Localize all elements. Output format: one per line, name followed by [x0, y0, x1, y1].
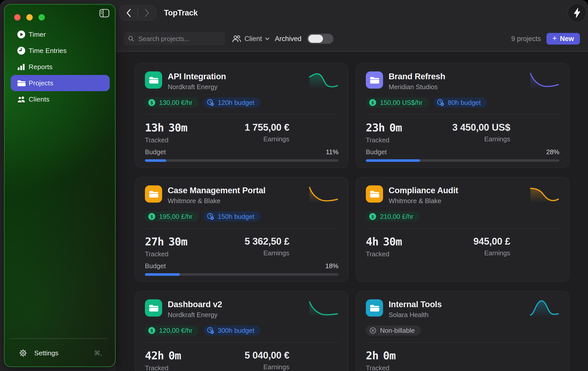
project-folder-icon — [145, 299, 162, 317]
stats-row: 13h 30m Tracked 1 755,00 € Earnings — [145, 121, 338, 144]
earnings-value: 1 755,00 € — [244, 122, 289, 133]
project-card[interactable]: Compliance Audit Whitmore & Blake $ 210,… — [356, 177, 569, 282]
dollar-coin-icon: $ — [148, 99, 156, 106]
budget-progress-fill — [145, 273, 180, 276]
search-input[interactable] — [138, 35, 221, 43]
sidebar-nav: Timer Time Entries Reports Projects — [11, 26, 110, 107]
project-title: Case Management Portal — [168, 186, 265, 195]
badges-row: $ 120,00 €/hr 300h budget — [145, 325, 338, 336]
project-client: Meridian Studios — [389, 83, 445, 91]
project-card[interactable]: Internal Tools Solara Health Non-billa — [356, 291, 569, 371]
budget-progress-track — [145, 159, 338, 162]
sidebar-icon — [99, 9, 109, 17]
stats-row: 27h 30m Tracked 5 362,50 £ Earnings — [145, 235, 338, 258]
tracked-hours: 23h — [366, 121, 385, 134]
new-project-button[interactable]: + New — [546, 33, 580, 45]
sidebar-item-clients[interactable]: Clients — [11, 91, 110, 107]
forward-button[interactable] — [138, 6, 156, 20]
quick-action-button[interactable] — [567, 3, 587, 23]
budget-section: Budget 18% — [145, 262, 338, 276]
clock-budget-icon — [207, 327, 214, 334]
dollar-coin-icon: $ — [148, 327, 156, 334]
project-title: Internal Tools — [389, 300, 442, 309]
new-button-label: New — [560, 35, 574, 43]
minimize-window-button[interactable] — [26, 14, 33, 21]
earnings-value: 945,00 £ — [473, 236, 510, 247]
card-header: Compliance Audit Whitmore & Blake — [366, 185, 559, 205]
earnings-value: 3 450,00 US$ — [452, 122, 510, 133]
project-card[interactable]: Case Management Portal Whitmore & Blake … — [135, 177, 348, 282]
archived-toggle[interactable] — [307, 34, 333, 44]
project-folder-icon — [145, 71, 162, 89]
tracked-label: Tracked — [366, 136, 402, 144]
rate-badge: $ 150,00 US$/hr — [366, 97, 429, 108]
project-card[interactable]: Dashboard v2 Nordkraft Energy $ 120,00 €… — [135, 291, 348, 371]
project-folder-icon — [366, 299, 383, 317]
earnings-stat: 5 362,50 £ Earnings — [244, 235, 289, 258]
rate-badge-label: 120,00 €/hr — [159, 327, 193, 335]
rate-badge: $ 210,00 £/hr — [366, 211, 420, 222]
projects-count: 9 projects — [511, 32, 541, 45]
project-client: Nordkraft Energy — [168, 311, 222, 319]
budget-badge: 120h budget — [204, 97, 261, 108]
card-header: API Integration Nordkraft Energy — [145, 71, 338, 91]
plus-icon: + — [552, 34, 557, 43]
budget-label: Budget — [145, 262, 166, 270]
history-nav — [119, 5, 156, 21]
folder-icon — [17, 79, 26, 87]
clock-budget-icon — [207, 99, 214, 106]
budget-badge: 80h budget — [434, 97, 487, 108]
sidebar-item-settings[interactable]: Settings ⌘, — [11, 345, 110, 361]
rate-badge: $ 130,00 €/hr — [145, 97, 199, 108]
tracked-minutes: 0m — [168, 349, 181, 362]
sidebar-item-label: Clients — [29, 95, 49, 103]
project-card[interactable]: Brand Refresh Meridian Studios $ 150,00 … — [356, 63, 569, 168]
budget-percent: 11% — [326, 148, 338, 156]
card-divider — [145, 342, 338, 343]
tracked-value: 27h 30m — [145, 235, 187, 248]
sidebar-item-reports[interactable]: Reports — [11, 59, 110, 75]
card-header: Dashboard v2 Nordkraft Energy — [145, 299, 338, 319]
project-sparkline — [529, 299, 559, 317]
tracked-value: 42h 0m — [145, 349, 181, 362]
chevron-down-icon — [265, 37, 269, 40]
folder-glyph-icon — [370, 190, 379, 198]
zoom-window-button[interactable] — [39, 14, 45, 21]
client-filter-label: Client — [244, 35, 262, 43]
client-filter[interactable]: Client — [232, 32, 269, 45]
projects-grid: API Integration Nordkraft Energy $ 130,0… — [135, 63, 588, 371]
stats-row: 4h 30m Tracked 945,00 £ Earnings — [366, 235, 559, 258]
budget-label: Budget — [366, 148, 387, 156]
close-window-button[interactable] — [14, 14, 21, 21]
project-title: Compliance Audit — [389, 186, 458, 195]
budget-percent: 28% — [546, 148, 559, 156]
tracked-label: Tracked — [145, 250, 187, 258]
back-button[interactable] — [120, 6, 138, 20]
earnings-label: Earnings — [244, 135, 289, 143]
project-card[interactable]: API Integration Nordkraft Energy $ 130,0… — [135, 63, 348, 168]
earnings-stat: 1 755,00 € Earnings — [244, 121, 289, 144]
budget-badge-label: 80h budget — [448, 99, 481, 107]
sidebar-item-projects[interactable]: Projects — [11, 75, 110, 91]
folder-glyph-icon — [370, 304, 379, 312]
rate-badge-label: 195,00 £/hr — [159, 213, 193, 221]
sidebar-item-time-entries[interactable]: Time Entries — [11, 43, 110, 59]
card-header: Case Management Portal Whitmore & Blake — [145, 185, 338, 205]
budget-progress-track — [145, 273, 338, 276]
tracked-hours: 4h — [366, 235, 378, 248]
sidebar-item-label: Timer — [29, 31, 46, 38]
folder-glyph-icon — [149, 304, 158, 312]
settings-shortcut: ⌘, — [94, 349, 102, 357]
tracked-minutes: 30m — [168, 235, 187, 248]
sidebar-toggle-button[interactable] — [99, 9, 109, 17]
card-header: Internal Tools Solara Health — [366, 299, 559, 319]
project-sparkline — [529, 71, 559, 89]
tracked-label: Tracked — [145, 136, 187, 144]
project-client: Nordkraft Energy — [168, 83, 226, 91]
tracked-minutes: 30m — [383, 235, 402, 248]
clock-budget-icon — [437, 99, 444, 106]
budget-percent: 18% — [325, 262, 338, 270]
rate-badge-label: 130,00 €/hr — [159, 99, 193, 107]
sidebar-item-timer[interactable]: Timer — [11, 26, 110, 43]
tracked-stat: 23h 0m Tracked — [366, 121, 402, 144]
